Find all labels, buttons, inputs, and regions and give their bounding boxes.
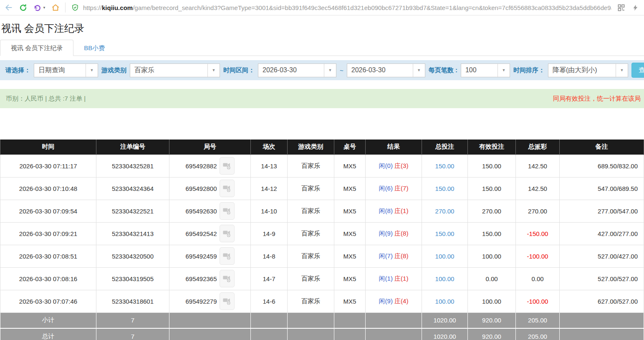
result-banker: 庄(8): [394, 252, 408, 259]
cell-total-bet-link[interactable]: 100.00: [422, 245, 468, 267]
date-range-separator: ~: [340, 67, 343, 74]
chevron-down-icon: ▼: [498, 64, 510, 77]
cell-payout: 0.00: [516, 267, 560, 290]
table-row: 2026-03-30 07:10:48 523304324364 6954928…: [0, 177, 644, 200]
subtotal-count: 7: [96, 312, 169, 328]
header-round-id: 局号: [169, 140, 251, 155]
cell-payout: 142.50: [516, 155, 560, 177]
video-replay-icon[interactable]: [220, 157, 235, 175]
back-icon[interactable]: [4, 3, 13, 12]
result-banker: 庄(1): [394, 275, 408, 282]
header-table-no: 桌号: [334, 140, 366, 155]
cell-time: 2026-03-30 07:09:54: [0, 200, 96, 222]
cell-table-no: MX5: [334, 222, 366, 245]
video-replay-icon[interactable]: [220, 180, 235, 197]
cell-total-bet-link[interactable]: 100.00: [422, 267, 468, 290]
video-replay-icon[interactable]: [220, 292, 235, 310]
cell-total-bet-link[interactable]: 150.00: [422, 222, 468, 245]
cell-round-id: 695492542: [169, 222, 251, 245]
cell-valid-bet: 150.00: [468, 155, 516, 177]
cell-total-bet-link[interactable]: 270.00: [422, 200, 468, 222]
home-icon[interactable]: [51, 3, 60, 12]
cell-session: 14-9: [251, 222, 288, 245]
qr-code-icon[interactable]: [616, 3, 626, 12]
header-payout: 总派彩: [516, 140, 560, 155]
video-replay-icon[interactable]: [220, 247, 235, 265]
header-time: 时间: [0, 140, 96, 155]
result-player: 闲(7): [379, 252, 393, 259]
cell-valid-bet: 150.00: [468, 177, 516, 200]
table-header-row: 时间 注单编号 局号 场次 游戏类别 桌号 结果 总投注 有效投注 总派彩 备注: [0, 140, 644, 155]
cell-valid-bet: 100.00: [468, 290, 516, 312]
table-row: 2026-03-30 07:08:51 523304320500 6954924…: [0, 245, 644, 267]
cell-time: 2026-03-30 07:08:16: [0, 267, 96, 290]
date-from-select[interactable]: 2026-03-30 ▼: [258, 63, 336, 77]
cell-round-id: 695492459: [169, 245, 251, 267]
tab-bet-records[interactable]: 视讯 会员下注纪录: [0, 40, 73, 56]
header-result: 结果: [366, 140, 422, 155]
cell-total-bet-link[interactable]: 150.00: [422, 155, 468, 177]
subtotal-label: 小计: [0, 312, 96, 328]
table-row: 2026-03-30 07:09:54 523304322521 6954926…: [0, 200, 644, 222]
cell-time: 2026-03-30 07:11:17: [0, 155, 96, 177]
header-remark: 备注: [560, 140, 644, 155]
result-player: 闲(0): [379, 162, 393, 169]
cell-remark: 527.00/427.00: [560, 245, 644, 267]
undo-control[interactable]: ▼: [33, 3, 46, 12]
date-to-select[interactable]: 2026-03-30 ▼: [347, 63, 425, 77]
page-title: 视讯 会员下注纪录: [1, 22, 644, 35]
url-bar[interactable]: https://kiqiiu.com/game/betrecord_search…: [71, 3, 611, 12]
query-type-label: 请选择：: [5, 66, 30, 74]
video-replay-icon[interactable]: [220, 225, 235, 242]
sort-order-select[interactable]: 降幂(由大到小) ▼: [548, 63, 628, 77]
cell-round-id: 695492279: [169, 290, 251, 312]
game-category-select[interactable]: 百家乐 ▼: [130, 63, 220, 77]
cell-game-category: 百家乐: [288, 222, 334, 245]
cell-remark: 527.00/527.00: [560, 267, 644, 290]
cell-bet-id: 523304320500: [96, 245, 169, 267]
chevron-down-icon: ▼: [324, 64, 336, 77]
query-type-select[interactable]: 日期查询 ▼: [34, 63, 98, 77]
cell-bet-id: 523304321413: [96, 222, 169, 245]
undo-icon[interactable]: [33, 3, 42, 12]
result-player: 闲(9): [379, 230, 393, 237]
cell-total-bet-link[interactable]: 150.00: [422, 177, 468, 200]
page-size-label: 每页笔数 :: [429, 66, 457, 74]
cell-game-category: 百家乐: [288, 245, 334, 267]
cell-table-no: MX5: [334, 267, 366, 290]
cell-payout: -100.00: [516, 245, 560, 267]
url-text: https://kiqiiu.com/game/betrecord_search…: [83, 4, 611, 11]
result-player: 闲(8): [379, 207, 393, 214]
cell-session: 14-7: [251, 267, 288, 290]
tab-bb-tip[interactable]: BB小费: [73, 40, 115, 56]
cell-session: 14-8: [251, 245, 288, 267]
cell-time: 2026-03-30 07:09:21: [0, 222, 96, 245]
search-button[interactable]: 查询: [631, 63, 644, 78]
cell-total-bet-link[interactable]: 100.00: [422, 290, 468, 312]
grand-total-payout: 205.00: [516, 328, 560, 340]
cell-remark: 427.00/277.00: [560, 222, 644, 245]
result-banker: 庄(4): [394, 297, 408, 304]
cell-session: 14-13: [251, 155, 288, 177]
cell-table-no: MX5: [334, 245, 366, 267]
grand-total-label: 总计: [0, 328, 96, 340]
summary-bar: 币别：人民币 | 总共 :7 注单 | 同局有效投注，统一计算在该局: [0, 89, 644, 108]
header-game-category: 游戏类别: [288, 140, 334, 155]
sort-order-label: 时间排序：: [513, 66, 545, 74]
refresh-icon[interactable]: [18, 3, 28, 12]
video-replay-icon[interactable]: [220, 202, 235, 220]
undo-dropdown-caret[interactable]: ▼: [43, 6, 46, 10]
cell-round-id: 695492800: [169, 177, 251, 200]
cell-game-category: 百家乐: [288, 290, 334, 312]
cell-payout: -150.00: [516, 222, 560, 245]
subtotal-payout: 205.00: [516, 312, 560, 328]
security-shield-icon[interactable]: [71, 3, 80, 12]
cell-game-category: 百家乐: [288, 177, 334, 200]
cell-table-no: MX5: [334, 155, 366, 177]
cell-remark: 277.00/547.00: [560, 200, 644, 222]
page-size-select[interactable]: 100 ▼: [461, 63, 510, 77]
filter-bar: 请选择： 日期查询 ▼ 游戏类别 百家乐 ▼ 时间区间： 2026-03-30 …: [0, 60, 644, 80]
cell-game-category: 百家乐: [288, 200, 334, 222]
video-replay-icon[interactable]: [220, 270, 235, 287]
lightning-icon[interactable]: [631, 3, 640, 12]
